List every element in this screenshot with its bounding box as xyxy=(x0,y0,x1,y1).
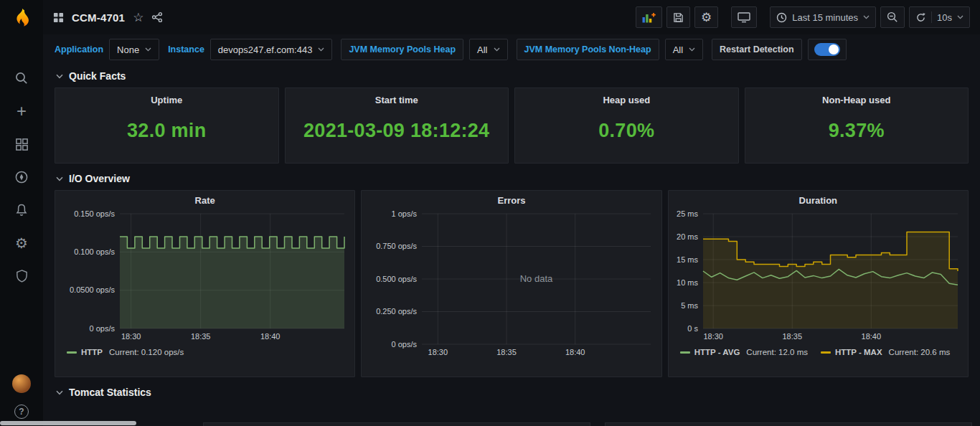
cycle-view-button[interactable] xyxy=(731,6,757,28)
refresh-button[interactable]: 10s xyxy=(909,6,970,28)
svg-text:18:35: 18:35 xyxy=(497,348,517,356)
search-icon[interactable] xyxy=(14,70,29,86)
legend-current-value: Current: 20.6 ms xyxy=(889,348,951,356)
graph-errors[interactable]: 0 ops/s0.250 ops/s0.500 ops/s0.750 ops/s… xyxy=(367,208,655,359)
partial-panel xyxy=(203,422,590,426)
panel-title[interactable]: Non-Heap used xyxy=(745,88,969,105)
restart-detection-control: Restart Detection xyxy=(712,39,847,60)
partial-panel xyxy=(605,422,972,426)
variable-value: All xyxy=(477,44,487,55)
variable-dropdown-jvm-memory-pools-non-heap[interactable]: All xyxy=(665,39,703,60)
alerting-icon[interactable] xyxy=(14,202,29,218)
legend-series-name: HTTP - AVG xyxy=(694,348,740,356)
svg-text:0.750 ops/s: 0.750 ops/s xyxy=(376,242,417,250)
variable-dropdown-application[interactable]: None xyxy=(109,39,159,60)
dashboard-settings-button[interactable]: ⚙ xyxy=(694,6,718,28)
svg-text:1 ops/s: 1 ops/s xyxy=(392,209,418,218)
legend-item-http-avg[interactable]: HTTP - AVGCurrent: 12.0 ms xyxy=(680,348,808,356)
explore-icon[interactable] xyxy=(14,169,29,185)
panel-title[interactable]: Uptime xyxy=(55,88,278,105)
tv-icon xyxy=(738,11,750,23)
zoom-out-button[interactable] xyxy=(880,6,905,28)
dashboard-content: ApplicationNoneInstancedevops247.ef.com:… xyxy=(43,34,980,426)
graph-legend: HTTPCurrent: 0.120 ops/s xyxy=(61,346,349,356)
graph-plot-area[interactable]: 0 ops/s0.250 ops/s0.500 ops/s0.750 ops/s… xyxy=(367,208,655,361)
svg-text:18:40: 18:40 xyxy=(565,348,585,356)
svg-text:5 ms: 5 ms xyxy=(681,301,698,310)
panel-title[interactable]: Rate xyxy=(61,195,349,206)
graph-rate[interactable]: 0 ops/s0.0500 ops/s0.100 ops/s0.150 ops/… xyxy=(61,208,349,343)
panel-title[interactable]: Heap used xyxy=(515,88,738,105)
share-icon[interactable] xyxy=(151,11,163,23)
save-dashboard-button[interactable] xyxy=(666,6,690,28)
variable-value: None xyxy=(117,44,139,55)
user-avatar[interactable] xyxy=(12,374,31,393)
graph-panel-duration: Duration0 s5 ms10 ms15 ms20 ms25 ms18:30… xyxy=(668,190,969,377)
svg-text:0.500 ops/s: 0.500 ops/s xyxy=(376,275,417,283)
add-panel-button[interactable] xyxy=(636,6,662,28)
chevron-down-icon xyxy=(56,74,63,79)
chevron-down-icon xyxy=(56,176,63,181)
stat-value: 0.70% xyxy=(515,120,738,142)
time-range-label: Last 15 minutes xyxy=(792,12,858,23)
restart-detection-toggle[interactable] xyxy=(814,43,840,56)
panel-title[interactable]: Start time xyxy=(286,88,509,105)
row-tomcat-statistics[interactable]: Tomcat Statistics xyxy=(56,387,969,398)
grafana-logo[interactable] xyxy=(0,0,43,36)
row-quick-facts[interactable]: Quick Facts xyxy=(56,70,969,82)
legend-item-http[interactable]: HTTPCurrent: 0.120 ops/s xyxy=(67,348,184,356)
svg-text:0.250 ops/s: 0.250 ops/s xyxy=(376,307,417,316)
grafana-flame-icon xyxy=(11,6,32,29)
sidebar-menu: + ⚙ xyxy=(14,70,29,284)
variable-dropdown-jvm-memory-pools-heap[interactable]: All xyxy=(469,39,507,60)
panel-title[interactable]: Errors xyxy=(367,195,655,206)
legend-series-swatch xyxy=(821,351,831,354)
horizontal-scrollbar[interactable] xyxy=(0,421,136,425)
stat-value: 9.37% xyxy=(745,120,969,142)
dashboards-icon[interactable] xyxy=(14,136,29,152)
graph-plot-area[interactable]: 0 ops/s0.0500 ops/s0.100 ops/s0.150 ops/… xyxy=(61,208,349,346)
panel-title[interactable]: Duration xyxy=(674,195,962,206)
restart-detection-toggle-box[interactable] xyxy=(808,39,847,60)
grafana-app: + ⚙ ? CCM xyxy=(0,0,980,426)
variable-jvm-memory-pools-heap: JVM Memory Pools HeapAll xyxy=(341,39,507,60)
save-icon xyxy=(673,12,684,23)
security-icon[interactable] xyxy=(14,268,29,284)
legend-series-name: HTTP - MAX xyxy=(835,348,882,356)
legend-series-swatch xyxy=(680,351,690,354)
divider xyxy=(931,11,932,23)
stat-panel-uptime: Uptime32.0 min xyxy=(55,87,279,164)
svg-text:18:35: 18:35 xyxy=(191,332,211,341)
legend-series-name: HTTP xyxy=(81,348,103,356)
dashboard-title[interactable]: CCM-4701 xyxy=(72,11,125,24)
variable-label: Instance xyxy=(168,44,204,55)
svg-text:25 ms: 25 ms xyxy=(677,209,698,218)
time-range-picker[interactable]: Last 15 minutes xyxy=(770,6,876,28)
help-icon[interactable]: ? xyxy=(14,404,29,419)
navbar-right: ⚙ Last 15 minutes 10s xyxy=(636,6,970,28)
configuration-icon[interactable]: ⚙ xyxy=(14,235,29,251)
graph-panel-rate: Rate0 ops/s0.0500 ops/s0.100 ops/s0.150 … xyxy=(55,190,355,377)
star-icon[interactable]: ☆ xyxy=(133,11,143,24)
chevron-down-icon xyxy=(689,47,695,52)
variable-dropdown-instance[interactable]: devops247.ef.com:443 xyxy=(210,39,333,60)
graph-plot-area[interactable]: 0 s5 ms10 ms15 ms20 ms25 ms18:3018:3518:… xyxy=(674,208,962,346)
svg-text:18:35: 18:35 xyxy=(782,332,802,341)
graph-duration[interactable]: 0 s5 ms10 ms15 ms20 ms25 ms18:3018:3518:… xyxy=(674,208,962,343)
clock-icon xyxy=(776,12,787,23)
graph-panel-errors: Errors0 ops/s0.250 ops/s0.500 ops/s0.750… xyxy=(361,190,661,377)
variable-jvm-memory-pools-non-heap: JVM Memory Pools Non-HeapAll xyxy=(517,39,704,60)
row-io-overview[interactable]: I/O Overview xyxy=(56,173,969,184)
svg-text:10 ms: 10 ms xyxy=(677,278,698,287)
zoom-out-icon xyxy=(887,11,898,23)
graph-legend: HTTP - AVGCurrent: 12.0 msHTTP - MAXCurr… xyxy=(674,346,962,356)
restart-detection-label: Restart Detection xyxy=(712,39,802,60)
navbar: CCM-4701 ☆ xyxy=(43,0,980,34)
sidebar-bottom: ? xyxy=(12,374,31,419)
legend-item-http-max[interactable]: HTTP - MAXCurrent: 20.6 ms xyxy=(821,348,950,356)
chevron-down-icon xyxy=(494,47,500,52)
create-icon[interactable]: + xyxy=(14,103,29,119)
chevron-down-icon xyxy=(863,15,870,19)
svg-text:0 ops/s: 0 ops/s xyxy=(90,324,116,333)
svg-text:0.0500 ops/s: 0.0500 ops/s xyxy=(70,285,115,294)
